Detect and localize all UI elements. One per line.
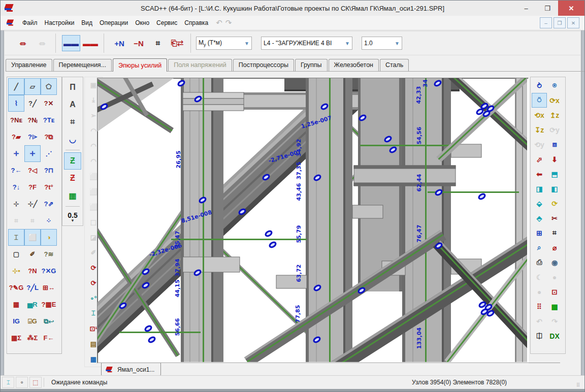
pencil-g-button[interactable]: ?✎G bbox=[8, 279, 24, 296]
zoom-in-button[interactable]: ⌕ bbox=[532, 240, 547, 255]
loadcase-dropdown[interactable]: L4 - "ЗАГРУЖЕНИЕ 4 ВІ ▼ bbox=[261, 37, 352, 50]
undo-view-button[interactable]: ↶ bbox=[532, 314, 547, 329]
steel-profile-g-button[interactable]: ΙG bbox=[8, 313, 24, 330]
sum-table-button[interactable]: ▦Σ bbox=[8, 330, 24, 346]
status-node-icon[interactable]: ∘ bbox=[16, 377, 28, 388]
table-fit-button[interactable]: ⊡ bbox=[547, 284, 562, 299]
redo-view-button[interactable]: ↷ bbox=[547, 314, 562, 329]
f-export-button[interactable]: F← bbox=[41, 330, 57, 346]
tab-gruppy[interactable]: Группы bbox=[295, 59, 328, 71]
frame-grid-button[interactable]: ⌗ bbox=[149, 35, 167, 51]
rotate-x-cw-button[interactable]: ⟳x bbox=[547, 93, 562, 108]
cube-front-face-button[interactable]: ◨ bbox=[532, 181, 547, 196]
frame-model-button[interactable]: ⌗ bbox=[64, 113, 81, 130]
histogram-r-button[interactable]: ▅R bbox=[24, 296, 41, 313]
dx-export-button[interactable]: DX bbox=[547, 329, 562, 343]
hinge-info-button[interactable]: ?⌲ bbox=[24, 128, 41, 145]
cube-iso-2-button[interactable]: ⬘ bbox=[532, 211, 547, 225]
mosaic-e-button[interactable]: ?▦E bbox=[41, 296, 57, 313]
mdi-minimize-button[interactable]: – bbox=[540, 17, 552, 28]
tab-zhelezobeton[interactable]: Железобетон bbox=[329, 59, 379, 71]
cube-dimension-button[interactable]: ⧈ bbox=[547, 137, 562, 152]
node-move-button[interactable]: ?← bbox=[8, 162, 24, 179]
split-rod-button[interactable]: ⊹╱ bbox=[24, 195, 41, 212]
paint-brush-button[interactable]: ✐ bbox=[24, 246, 41, 263]
menu-view[interactable]: Вид bbox=[78, 17, 96, 28]
tab-upravlenie[interactable]: Управление bbox=[6, 59, 52, 71]
plate-element-button[interactable]: ▱ bbox=[24, 78, 41, 95]
profile-section-button[interactable]: ⌶ bbox=[8, 229, 24, 246]
wire-frame-button[interactable]: ⌗ bbox=[547, 225, 562, 240]
temperature-load-button[interactable]: ?t° bbox=[41, 179, 57, 195]
dimension-text-button[interactable]: ⎅ bbox=[532, 329, 547, 343]
cube-side-face-button[interactable]: ◧ bbox=[547, 181, 562, 196]
fragment-windows-button[interactable]: ⊞ bbox=[532, 225, 547, 240]
element-te-info-button[interactable]: ?Tᴇ bbox=[41, 112, 57, 128]
tab-polya-napryazheniy[interactable]: Поля напряжений bbox=[168, 59, 232, 71]
diamond-nodes-button[interactable]: ⁘ bbox=[41, 212, 57, 229]
grid-green-button[interactable]: ▩ bbox=[547, 299, 562, 314]
orbit-globe-button[interactable]: ⍟ bbox=[547, 78, 562, 93]
tab-postprocessory[interactable]: Постпроцессоры bbox=[233, 59, 294, 71]
rotate-y-1-button[interactable]: ⟳y bbox=[547, 122, 562, 137]
menu-settings[interactable]: Настройки bbox=[41, 17, 78, 28]
rod-info-button[interactable]: ?╱ bbox=[24, 95, 41, 112]
node-nj-info-button[interactable]: ?Nⱼ bbox=[24, 112, 41, 128]
cable-element-button[interactable]: ◡ bbox=[64, 130, 81, 148]
group-fragment-info-button[interactable]: ?⧉ bbox=[41, 128, 57, 145]
tab-peremeshcheniya[interactable]: Перемещения... bbox=[53, 59, 112, 71]
layers-info-button[interactable]: ?≋ bbox=[41, 246, 57, 263]
minimize-button[interactable]: – bbox=[515, 1, 537, 16]
epure-color-bar-button[interactable]: ▬▬ bbox=[62, 35, 80, 51]
arch-section-button[interactable]: А bbox=[64, 96, 81, 113]
group-g-button[interactable]: ?✕G bbox=[41, 263, 57, 279]
render-light-button[interactable]: ◑ bbox=[41, 229, 57, 246]
force-type-dropdown[interactable]: My (Т*м) ▼ bbox=[196, 37, 252, 50]
merge-nodes-button[interactable]: ⊹ bbox=[8, 195, 24, 212]
sphere-1-button[interactable]: ● bbox=[547, 270, 562, 284]
cube-iso-1-button[interactable]: ⬙ bbox=[532, 196, 547, 211]
menu-help[interactable]: Справка bbox=[181, 17, 212, 28]
beam-load-info-button[interactable]: ?⊓ bbox=[41, 162, 57, 179]
document-tab[interactable]: Ямал_оси1... bbox=[101, 363, 161, 376]
rigid-link-info-button[interactable]: ?▰ bbox=[8, 128, 24, 145]
node-load-button[interactable]: ?↓ bbox=[8, 179, 24, 195]
rotate-z-up-button[interactable]: ↥z bbox=[547, 108, 562, 122]
rotate-section-button[interactable]: ⟳ bbox=[547, 196, 562, 211]
sum-nodes-button[interactable]: ⁂Σ bbox=[24, 330, 41, 346]
cut-fragment-button[interactable]: ✂ bbox=[547, 211, 562, 225]
epure-animate-button[interactable]: ⏛ bbox=[33, 35, 51, 51]
status-element-icon[interactable]: ⌶ bbox=[2, 377, 14, 388]
transfer-load-button[interactable]: ?⇗ bbox=[41, 195, 57, 212]
close-button[interactable]: ✕ bbox=[558, 1, 584, 16]
ruler-grid-button[interactable]: ⊞↔ bbox=[41, 279, 57, 296]
frame-section-button[interactable]: П bbox=[64, 79, 81, 96]
volume-cube-button[interactable]: ⬜ bbox=[24, 229, 41, 246]
sphere-2-button[interactable]: ● bbox=[532, 284, 547, 299]
rotate-z-down-button[interactable]: ↧z bbox=[532, 122, 547, 137]
rotate-x-ccw-button[interactable]: ⟲x bbox=[532, 108, 547, 122]
section-box-g-button[interactable]: ⌻G bbox=[24, 313, 41, 330]
save-results-button[interactable]: ⎗⇄ bbox=[168, 35, 186, 51]
tab-stal[interactable]: Сталь bbox=[380, 59, 409, 71]
node-info-button[interactable]: ?✕ bbox=[41, 95, 57, 112]
force-load-button[interactable]: ?F bbox=[24, 179, 41, 195]
tab-epyury-usiliy[interactable]: Эпюры усилий bbox=[113, 58, 167, 72]
erase-n-button[interactable]: ?N bbox=[24, 263, 41, 279]
stress-z-red-button[interactable]: Ƶ bbox=[64, 170, 81, 187]
stress-z-color-button[interactable]: Ƶ bbox=[64, 152, 81, 170]
minus-n-values-button[interactable]: −N bbox=[129, 35, 148, 51]
menu-file[interactable]: Файл bbox=[19, 17, 41, 28]
epure-red-bar-button[interactable]: ▬▬ bbox=[81, 35, 100, 51]
cube-top-face-button[interactable]: ⬒ bbox=[547, 167, 562, 181]
red-table-button[interactable]: ▦ bbox=[8, 296, 24, 313]
resize-grip[interactable]: ⠿ bbox=[576, 382, 580, 388]
menu-service[interactable]: Сервис bbox=[153, 17, 181, 28]
cube-arrow-left-button[interactable]: ⬅ bbox=[532, 167, 547, 181]
rotate-y-2-button[interactable]: ⟲y bbox=[532, 137, 547, 152]
spring-support-button[interactable]: ⌇ bbox=[8, 95, 24, 112]
node-ne-info-button[interactable]: ?Nᴇ bbox=[8, 112, 24, 128]
mdi-restore-button[interactable]: ❐ bbox=[554, 17, 566, 28]
layers-flip-button[interactable]: ⧉↩ bbox=[41, 313, 57, 330]
pan-hand-button[interactable]: ☾ bbox=[532, 270, 547, 284]
